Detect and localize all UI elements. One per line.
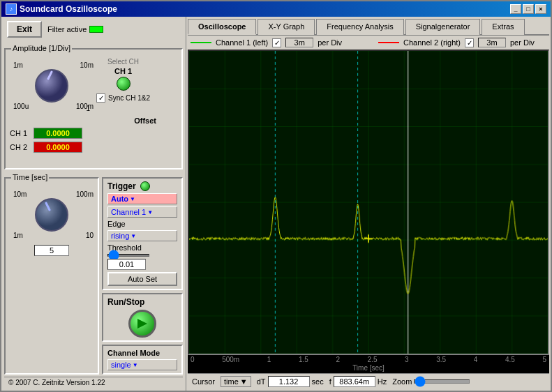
ch1-offset-label: CH 1 bbox=[10, 129, 31, 137]
threshold-row bbox=[107, 254, 177, 257]
scope-canvas bbox=[189, 51, 548, 354]
runstop-panel: Run/Stop bbox=[102, 293, 183, 342]
tab-signal-gen[interactable]: Signalgenerator bbox=[405, 19, 481, 35]
top-bar: Exit Filter active bbox=[4, 20, 183, 39]
x-label-3: 1.5 bbox=[299, 356, 308, 363]
threshold-value[interactable] bbox=[107, 259, 146, 270]
x-label-5: 2.5 bbox=[368, 356, 378, 363]
cursor-mode-dropdown[interactable]: time ▼ bbox=[221, 376, 251, 387]
channel-mode-title: Channel Mode bbox=[107, 349, 177, 357]
cursor-label: Cursor bbox=[192, 377, 215, 386]
tab-freq-analysis[interactable]: Frequency Analysis bbox=[316, 19, 403, 35]
zoom-field: Zoom bbox=[392, 377, 470, 386]
trigger-edge-dropdown[interactable]: rising ▼ bbox=[107, 230, 177, 241]
trigger-panel: Trigger Auto ▼ Channel 1 ▼ bbox=[102, 177, 183, 290]
knob-label-bl: 100u bbox=[13, 103, 29, 110]
tab-extras[interactable]: Extras bbox=[482, 19, 524, 35]
trigger-mode-label: Auto bbox=[111, 195, 128, 203]
copyright-text: © 2007 C. Zeitnitz Version 1.22 bbox=[8, 379, 105, 386]
amplitude-panel: Amplitude [1/Div] 1m 10m 100u 100m bbox=[4, 48, 183, 169]
trigger-edge-arrow: ▼ bbox=[130, 233, 136, 239]
x-axis-labels: 0 500m 1 1.5 2 2.5 3 3.5 4 4.5 5 bbox=[188, 355, 549, 364]
tab-xy-graph[interactable]: X-Y Graph bbox=[258, 19, 315, 35]
f-label: f bbox=[329, 377, 331, 386]
time-knob[interactable] bbox=[34, 197, 69, 232]
zoom-slider[interactable] bbox=[414, 379, 470, 384]
left-panel: Exit Filter active Amplitude [1/Div] 1m … bbox=[1, 17, 186, 391]
close-button[interactable]: × bbox=[535, 4, 546, 14]
ch2-per-div-input[interactable]: 3m bbox=[478, 38, 506, 47]
sync-checkbox[interactable]: ✓ bbox=[96, 93, 105, 103]
time-knob-tr: 100m bbox=[76, 190, 94, 198]
time-knob-br: 10 bbox=[86, 232, 94, 239]
time-value-input[interactable]: 5 bbox=[34, 245, 69, 256]
dt-unit: sec bbox=[312, 377, 324, 386]
ch2-offset-input[interactable] bbox=[33, 142, 82, 153]
ch2-visible-checkbox[interactable]: ✓ bbox=[465, 38, 474, 47]
filter-active-row: Filter active bbox=[47, 25, 103, 33]
channel-mode-panel: Channel Mode single ▼ bbox=[102, 345, 183, 375]
runstop-button[interactable] bbox=[128, 310, 156, 338]
exit-button[interactable]: Exit bbox=[7, 21, 42, 38]
svg-point-2 bbox=[36, 199, 68, 231]
knob-label-tr: 10m bbox=[80, 61, 94, 69]
title-bar: ♪ Soundcard Oszilloscope _ □ × bbox=[1, 1, 551, 17]
cursor-bar: Cursor time ▼ dT 1.132 sec f 883.64m Hz … bbox=[188, 373, 549, 389]
cursor-mode-arrow: ▼ bbox=[240, 377, 248, 386]
tab-oscilloscope[interactable]: Oscilloscope bbox=[188, 19, 256, 35]
runstop-btn-area bbox=[107, 310, 177, 338]
x-label-10: 5 bbox=[542, 356, 546, 363]
dt-label: dT bbox=[257, 377, 266, 386]
f-value[interactable]: 883.64m bbox=[334, 376, 375, 387]
dt-field: dT 1.132 sec bbox=[257, 376, 324, 387]
filter-led bbox=[89, 26, 103, 33]
amplitude-knob[interactable] bbox=[34, 68, 69, 103]
ch2-legend-label: Channel 2 (right) bbox=[403, 38, 461, 47]
minimize-button[interactable]: _ bbox=[510, 4, 521, 14]
channel-legend-row: Channel 1 (left) ✓ 3m per Div Channel 2 … bbox=[188, 36, 549, 50]
select-ch-area: Select CH CH 1 ✓ Sync CH 1&2 bbox=[96, 58, 150, 103]
trigger-edge-label: rising bbox=[111, 232, 129, 240]
ch1-color-line bbox=[191, 42, 211, 43]
x-axis-title-text: Time [sec] bbox=[352, 364, 385, 372]
threshold-slider[interactable] bbox=[107, 254, 149, 257]
edge-row: Edge bbox=[107, 220, 177, 228]
trigger-channel-dropdown[interactable]: Channel 1 ▼ bbox=[107, 206, 177, 218]
ch1-offset-input[interactable] bbox=[33, 128, 82, 139]
filter-active-label: Filter active bbox=[47, 25, 87, 33]
time-content: 10m 100m 1m 10 bbox=[10, 181, 94, 256]
right-panel: Oscilloscope X-Y Graph Frequency Analysi… bbox=[186, 17, 551, 391]
x-label-1: 500m bbox=[222, 356, 239, 363]
ch1-visible-checkbox[interactable]: ✓ bbox=[272, 38, 281, 47]
cursor-mode-value: time bbox=[224, 377, 239, 386]
time-trigger-row: Time [sec] 10m 100m 1m 10 bbox=[4, 177, 183, 375]
trigger-mode-dropdown[interactable]: Auto ▼ bbox=[107, 193, 177, 204]
runstop-play-icon bbox=[137, 319, 147, 329]
trigger-title: Trigger bbox=[107, 181, 136, 191]
ch1-per-div-input[interactable]: 3m bbox=[285, 38, 313, 47]
title-bar-left: ♪ Soundcard Oszilloscope bbox=[6, 3, 117, 15]
amplitude-knob-area: 1m 10m 100u 100m bbox=[10, 58, 94, 114]
window-title: Soundcard Oszilloscope bbox=[20, 4, 117, 14]
main-window: ♪ Soundcard Oszilloscope _ □ × Exit Filt… bbox=[0, 0, 552, 392]
time-knob-area: 10m 100m 1m 10 bbox=[10, 187, 94, 243]
trigger-channel-arrow: ▼ bbox=[147, 209, 153, 216]
x-label-2: 1 bbox=[267, 356, 271, 363]
scope-display bbox=[188, 50, 549, 355]
dt-value[interactable]: 1.132 bbox=[268, 376, 310, 387]
channel-mode-dropdown[interactable]: single ▼ bbox=[107, 359, 177, 370]
channel-mode-arrow: ▼ bbox=[133, 362, 138, 368]
x-label-6: 3 bbox=[405, 356, 409, 363]
ch1-led[interactable] bbox=[117, 77, 130, 91]
offset-area: Offset CH 1 CH 2 bbox=[10, 116, 177, 153]
runstop-title: Run/Stop bbox=[107, 297, 177, 307]
auto-set-button[interactable]: Auto Set bbox=[107, 272, 177, 286]
trigger-runstop-col: Trigger Auto ▼ Channel 1 ▼ bbox=[102, 177, 183, 375]
time-title: Time [sec] bbox=[11, 173, 49, 181]
f-field: f 883.64m Hz bbox=[329, 376, 387, 387]
x-label-0: 0 bbox=[191, 356, 195, 363]
trigger-led bbox=[140, 181, 150, 191]
maximize-button[interactable]: □ bbox=[523, 4, 534, 14]
time-panel: Time [sec] 10m 100m 1m 10 bbox=[4, 177, 99, 375]
ch1-label: CH 1 bbox=[114, 67, 132, 75]
